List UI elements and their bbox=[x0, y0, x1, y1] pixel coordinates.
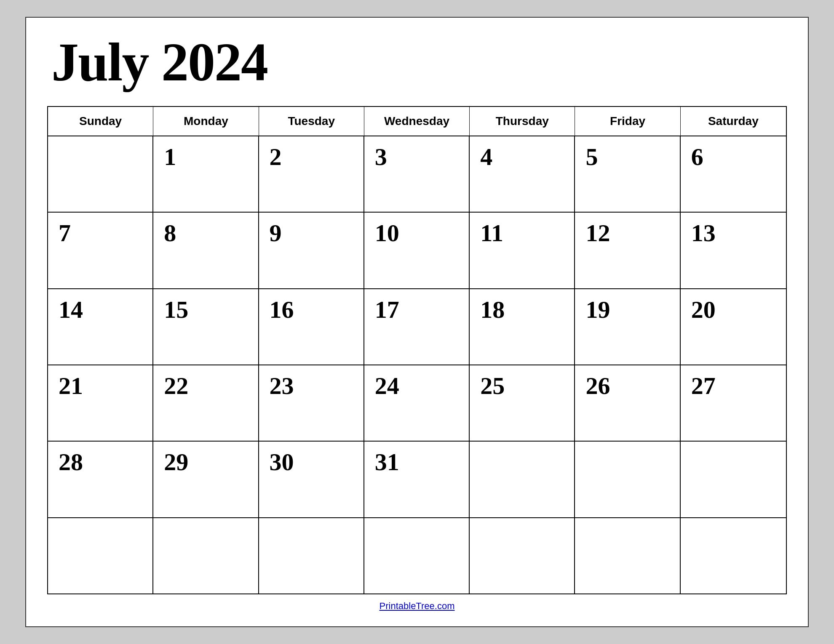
day-cell bbox=[470, 518, 575, 593]
week-row: 78910111213 bbox=[48, 213, 786, 289]
day-number: 25 bbox=[480, 374, 505, 398]
day-cell: 20 bbox=[681, 289, 786, 365]
day-headers-row: SundayMondayTuesdayWednesdayThursdayFrid… bbox=[48, 107, 786, 136]
week-row bbox=[48, 518, 786, 593]
day-cell bbox=[259, 518, 364, 593]
day-number: 21 bbox=[59, 374, 83, 398]
day-cell: 30 bbox=[259, 442, 364, 517]
day-cell: 3 bbox=[364, 136, 470, 212]
day-number: 13 bbox=[691, 221, 716, 245]
day-cell bbox=[48, 518, 153, 593]
day-cell bbox=[470, 442, 575, 517]
day-cell: 14 bbox=[48, 289, 153, 365]
day-number: 29 bbox=[164, 450, 188, 474]
day-number: 18 bbox=[480, 298, 505, 322]
day-cell: 31 bbox=[364, 442, 470, 517]
day-number: 9 bbox=[270, 221, 282, 245]
day-cell: 29 bbox=[153, 442, 259, 517]
day-cell bbox=[575, 518, 680, 593]
day-cell: 27 bbox=[681, 365, 786, 441]
day-cell bbox=[364, 518, 470, 593]
day-cell bbox=[681, 442, 786, 517]
day-header: Sunday bbox=[48, 107, 153, 136]
day-cell: 9 bbox=[259, 213, 364, 288]
day-number: 5 bbox=[585, 145, 598, 169]
day-header: Friday bbox=[575, 107, 680, 136]
day-number: 15 bbox=[164, 298, 188, 322]
calendar-page: July 2024 SundayMondayTuesdayWednesdayTh… bbox=[25, 17, 809, 627]
day-cell: 18 bbox=[470, 289, 575, 365]
day-cell: 6 bbox=[681, 136, 786, 212]
day-cell bbox=[575, 442, 680, 517]
day-number: 31 bbox=[375, 450, 399, 474]
day-number: 20 bbox=[691, 298, 716, 322]
day-number: 23 bbox=[270, 374, 294, 398]
week-row: 21222324252627 bbox=[48, 365, 786, 442]
calendar-grid: SundayMondayTuesdayWednesdayThursdayFrid… bbox=[47, 106, 787, 594]
day-header: Tuesday bbox=[259, 107, 364, 136]
day-cell: 4 bbox=[470, 136, 575, 212]
day-cell bbox=[681, 518, 786, 593]
day-number: 14 bbox=[59, 298, 83, 322]
day-number: 22 bbox=[164, 374, 188, 398]
day-cell: 17 bbox=[364, 289, 470, 365]
day-cell: 25 bbox=[470, 365, 575, 441]
weeks-container: 1234567891011121314151617181920212223242… bbox=[48, 136, 786, 593]
day-cell: 7 bbox=[48, 213, 153, 288]
day-cell: 1 bbox=[153, 136, 259, 212]
day-number: 10 bbox=[375, 221, 399, 245]
day-number: 2 bbox=[270, 145, 282, 169]
day-number: 11 bbox=[480, 221, 503, 245]
day-number: 4 bbox=[480, 145, 492, 169]
day-cell: 8 bbox=[153, 213, 259, 288]
day-cell: 13 bbox=[681, 213, 786, 288]
day-number: 24 bbox=[375, 374, 399, 398]
day-cell: 2 bbox=[259, 136, 364, 212]
day-cell: 16 bbox=[259, 289, 364, 365]
day-number: 26 bbox=[585, 374, 610, 398]
day-header: Monday bbox=[153, 107, 259, 136]
day-cell: 10 bbox=[364, 213, 470, 288]
day-number: 12 bbox=[585, 221, 610, 245]
day-number: 27 bbox=[691, 374, 716, 398]
day-cell: 21 bbox=[48, 365, 153, 441]
day-number: 19 bbox=[585, 298, 610, 322]
day-number: 30 bbox=[270, 450, 294, 474]
day-header: Thursday bbox=[470, 107, 575, 136]
day-cell bbox=[48, 136, 153, 212]
day-cell: 23 bbox=[259, 365, 364, 441]
day-header: Wednesday bbox=[364, 107, 470, 136]
day-number: 16 bbox=[270, 298, 294, 322]
day-cell: 19 bbox=[575, 289, 680, 365]
day-number: 28 bbox=[59, 450, 83, 474]
day-number: 17 bbox=[375, 298, 399, 322]
day-cell: 26 bbox=[575, 365, 680, 441]
day-cell: 24 bbox=[364, 365, 470, 441]
week-row: 14151617181920 bbox=[48, 289, 786, 365]
calendar-footer: PrintableTree.com bbox=[47, 594, 787, 614]
week-row: 28293031 bbox=[48, 442, 786, 518]
day-cell: 12 bbox=[575, 213, 680, 288]
day-cell bbox=[153, 518, 259, 593]
day-cell: 11 bbox=[470, 213, 575, 288]
footer-link[interactable]: PrintableTree.com bbox=[380, 601, 455, 611]
day-cell: 28 bbox=[48, 442, 153, 517]
day-cell: 15 bbox=[153, 289, 259, 365]
day-number: 1 bbox=[164, 145, 176, 169]
day-number: 6 bbox=[691, 145, 703, 169]
day-number: 7 bbox=[59, 221, 71, 245]
day-number: 3 bbox=[375, 145, 387, 169]
calendar-title: July 2024 bbox=[47, 35, 787, 89]
day-cell: 22 bbox=[153, 365, 259, 441]
day-number: 8 bbox=[164, 221, 176, 245]
week-row: 123456 bbox=[48, 136, 786, 213]
day-cell: 5 bbox=[575, 136, 680, 212]
day-header: Saturday bbox=[681, 107, 786, 136]
